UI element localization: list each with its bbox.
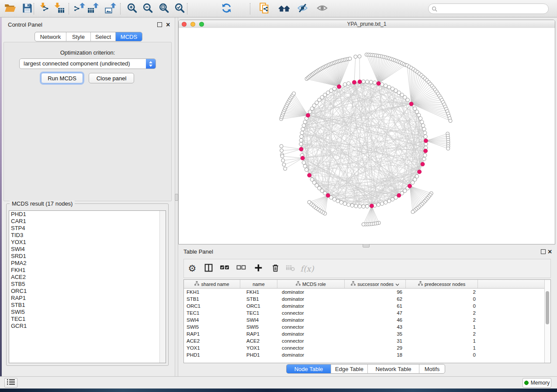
vertical-splitter-handle[interactable] — [175, 194, 178, 201]
tab-style[interactable]: Style — [66, 32, 91, 41]
tab-network-table[interactable]: Network Table — [368, 364, 419, 373]
mcds-result-item[interactable]: SRD1 — [9, 253, 166, 260]
mcds-result-item[interactable]: TEC1 — [9, 316, 166, 323]
table-row[interactable]: SWI4SWI4dominator462 — [184, 316, 550, 323]
mcds-hub-node[interactable] — [397, 193, 401, 197]
tab-mcds[interactable]: MCDS — [116, 32, 142, 41]
panel-list-button[interactable] — [4, 378, 17, 388]
toolbar-export-table-button[interactable] — [86, 1, 100, 16]
mcds-hub-node[interactable] — [370, 204, 374, 208]
mcds-hub-node[interactable] — [301, 156, 304, 160]
table-toolbar-delete-column-disabled-button[interactable] — [284, 262, 296, 275]
column-header-name[interactable]: name — [240, 280, 277, 288]
mcds-hub-node[interactable] — [326, 193, 330, 197]
mcds-result-item[interactable]: GCR1 — [9, 323, 166, 330]
tab-motifs[interactable]: Motifs — [419, 364, 445, 373]
mcds-result-item[interactable]: YOX1 — [9, 239, 166, 246]
mcds-hub-node[interactable] — [299, 147, 303, 151]
table-toolbar-deselect-all-button[interactable] — [235, 262, 247, 275]
table-toolbar-delete-row-button[interactable] — [269, 262, 281, 275]
toolbar-export-network-button[interactable] — [72, 1, 87, 16]
toolbar-zoom-in-button[interactable] — [125, 1, 139, 16]
tab-network[interactable]: Network — [35, 32, 66, 41]
mcds-hub-node[interactable] — [306, 113, 310, 117]
tab-edge-table[interactable]: Edge Table — [331, 364, 368, 373]
tab-node-table[interactable]: Node Table — [287, 364, 331, 373]
toolbar-separator — [69, 3, 69, 14]
table-row[interactable]: SWI5SWI5connector431 — [184, 323, 550, 330]
toolbar-save-session-button[interactable] — [20, 1, 35, 16]
mcds-result-item[interactable]: PHD1 — [9, 211, 166, 218]
horizontal-splitter-handle[interactable] — [363, 244, 370, 248]
table-toolbar-panel-mode-button[interactable] — [202, 262, 214, 275]
tab-select[interactable]: Select — [91, 32, 116, 41]
mcds-hub-node[interactable] — [421, 162, 425, 166]
mcds-result-item[interactable]: STB5 — [9, 281, 166, 288]
mcds-result-item[interactable]: STP4 — [9, 225, 166, 232]
network-window-titlebar[interactable]: YPA_prune.txt_1 — [179, 20, 555, 28]
mcds-hub-node[interactable] — [377, 82, 381, 86]
column-header-MCDS-role[interactable]: MCDS role — [277, 280, 345, 288]
table-row[interactable]: PHD1PHD1dominator180 — [184, 351, 550, 358]
mcds-hub-node[interactable] — [308, 173, 311, 177]
mcds-result-item[interactable]: ACE2 — [9, 274, 166, 281]
table-row[interactable]: YOX1YOX1connector291 — [184, 344, 550, 351]
mcds-hub-node[interactable] — [409, 102, 413, 106]
mcds-hub-node[interactable] — [408, 184, 412, 188]
column-header-successor-nodes[interactable]: successor nodes — [345, 280, 406, 288]
search-input[interactable] — [428, 3, 549, 14]
table-panel-close-icon[interactable]: × — [548, 249, 552, 254]
optimization-criterion-dropdown[interactable]: largest connected component (undirected) — [19, 58, 156, 69]
table-row[interactable]: STB1STB1dominator620 — [184, 296, 550, 303]
toolbar-import-network-from-file-button[interactable] — [38, 1, 52, 16]
network-canvas[interactable] — [179, 28, 555, 244]
mcds-result-item[interactable]: ORC1 — [9, 288, 166, 295]
memory-button[interactable]: Memory — [522, 378, 551, 388]
toolbar-first-neighbors-button[interactable] — [277, 1, 291, 16]
control-panel-float-icon[interactable] — [157, 22, 162, 27]
mcds-hub-node[interactable] — [337, 85, 341, 89]
mcds-result-item[interactable]: PMA2 — [9, 260, 166, 267]
table-row[interactable]: ORC1ORC1dominator610 — [184, 303, 550, 309]
close-panel-button[interactable]: Close panel — [89, 73, 134, 83]
toolbar-open-session-button[interactable] — [2, 1, 17, 16]
table-row[interactable]: RAP1RAP1dominator352 — [184, 330, 550, 337]
mcds-result-item[interactable]: FKH1 — [9, 267, 166, 274]
mcds-list-scrollbar[interactable] — [159, 211, 166, 363]
table-scrollbar-thumb[interactable] — [546, 291, 549, 324]
mcds-hub-node[interactable] — [358, 80, 362, 84]
table-row[interactable]: TEC1TEC1connector472 — [184, 309, 550, 316]
mcds-hub-node[interactable] — [418, 170, 422, 174]
mcds-result-item[interactable]: SWI5 — [9, 309, 166, 316]
toolbar-zoom-selected-button[interactable] — [172, 1, 187, 16]
toolbar-zoom-fit-content-button[interactable] — [156, 1, 171, 16]
table-toolbar-function-builder-disabled-button[interactable]: f(x) — [301, 262, 313, 275]
column-header-predecessor-nodes[interactable]: predecessor nodes — [406, 280, 478, 288]
mcds-result-item[interactable]: STB1 — [9, 302, 166, 309]
table-row[interactable]: FKH1FKH1dominator962 — [184, 289, 550, 296]
mcds-hub-node[interactable] — [352, 80, 356, 84]
table-toolbar-select-all-button[interactable] — [218, 262, 231, 275]
toolbar-show-all-button[interactable] — [315, 1, 329, 16]
control-panel-close-icon[interactable]: × — [166, 22, 170, 28]
toolbar-export-image-button[interactable] — [103, 1, 118, 16]
mcds-result-item[interactable]: CAR1 — [9, 218, 166, 225]
mcds-hub-node[interactable] — [424, 149, 428, 153]
cell: RAP1 — [240, 331, 277, 337]
table-scrollbar[interactable] — [544, 280, 550, 363]
mcds-result-item[interactable]: TID3 — [9, 232, 166, 239]
toolbar-import-table-from-file-button[interactable] — [52, 1, 67, 16]
table-row[interactable]: ACE2ACE2connector311 — [184, 337, 550, 344]
table-toolbar-add-row-button[interactable] — [252, 262, 264, 275]
column-header-shared-name[interactable]: shared name — [184, 280, 240, 288]
mcds-hub-node[interactable] — [424, 139, 428, 143]
mcds-result-item[interactable]: RAP1 — [9, 295, 166, 302]
toolbar-new-network-from-selection-button[interactable] — [257, 1, 272, 16]
toolbar-hide-selected-button[interactable] — [295, 1, 310, 16]
toolbar-zoom-out-button[interactable] — [140, 1, 155, 16]
table-toolbar-column-settings-button[interactable]: ⚙ — [186, 262, 198, 275]
table-panel-float-icon[interactable] — [541, 249, 546, 254]
toolbar-refresh-view-button[interactable] — [219, 1, 234, 16]
run-mcds-button[interactable]: Run MCDS — [41, 73, 83, 83]
mcds-result-item[interactable]: SWI4 — [9, 246, 166, 253]
